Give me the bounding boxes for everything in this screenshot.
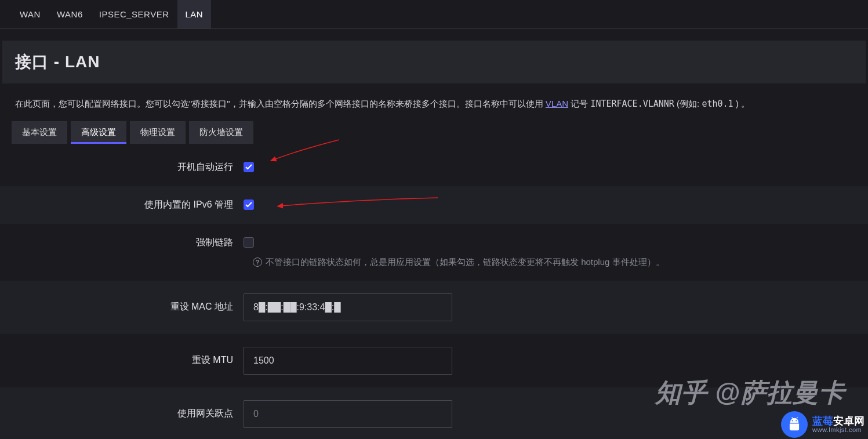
tab-physical-settings[interactable]: 物理设置 — [130, 121, 186, 144]
label-mac-reset: 重设 MAC 地址 — [0, 301, 244, 313]
desc-code2: eth0.1 — [702, 99, 733, 109]
desc-code: INTERFACE.VLANNR — [590, 99, 674, 109]
desc-text-postb: (例如: — [677, 99, 702, 108]
desc-text-postc: ) 。 — [736, 99, 750, 108]
row-ipv6-builtin: 使用内置的 IPv6 管理 — [0, 186, 868, 224]
label-gw-metric: 使用网关跃点 — [0, 408, 244, 420]
settings-tabs: 基本设置 高级设置 物理设置 防火墙设置 — [0, 121, 868, 144]
checkbox-ipv6-builtin[interactable] — [244, 199, 254, 210]
hint-force-link-text: 不管接口的链路状态如何，总是用应用设置（如果勾选，链路状态变更将不再触发 hot… — [266, 257, 664, 268]
row-mtu-reset: 重设 MTU — [0, 334, 868, 387]
row-mac-reset: 重设 MAC 地址 — [0, 281, 868, 334]
row-gw-metric: 使用网关跃点 — [0, 387, 868, 440]
tab-wan[interactable]: WAN — [12, 0, 49, 28]
tab-ipsec-server[interactable]: IPSEC_SERVER — [91, 0, 177, 28]
checkbox-auto-start[interactable] — [244, 162, 254, 172]
form-area: 开机自动运行 使用内置的 IPv6 管理 强制链路 ? 不 — [0, 148, 868, 440]
input-mtu-reset[interactable] — [244, 347, 452, 375]
desc-text-pre: 在此页面，您可以配置网络接口。您可以勾选"桥接接口"，并输入由空格分隔的多个网络… — [15, 99, 546, 108]
label-mtu-reset: 重设 MTU — [0, 354, 244, 367]
row-auto-start: 开机自动运行 — [0, 148, 868, 186]
page-description: 在此页面，您可以配置网络接口。您可以勾选"桥接接口"，并输入由空格分隔的多个网络… — [0, 84, 868, 121]
checkbox-force-link[interactable] — [244, 237, 254, 248]
info-icon: ? — [253, 257, 262, 267]
tab-advanced-settings[interactable]: 高级设置 — [71, 121, 126, 144]
input-mac-reset[interactable] — [244, 293, 452, 321]
tab-wan6[interactable]: WAN6 — [49, 0, 91, 28]
label-force-link: 强制链路 — [0, 237, 244, 249]
row-force-link: 强制链路 ? 不管接口的链路状态如何，总是用应用设置（如果勾选，链路状态变更将不… — [0, 224, 868, 281]
label-auto-start: 开机自动运行 — [0, 161, 244, 173]
interface-tabs: WAN WAN6 IPSEC_SERVER LAN — [0, 0, 868, 29]
page-title: 接口 - LAN — [2, 41, 866, 84]
input-gw-metric[interactable] — [244, 400, 452, 428]
tab-basic-settings[interactable]: 基本设置 — [12, 121, 67, 144]
tab-firewall-settings[interactable]: 防火墙设置 — [189, 121, 253, 144]
desc-text-posta: 记号 — [571, 99, 590, 108]
label-ipv6-builtin: 使用内置的 IPv6 管理 — [0, 199, 244, 211]
tab-lan[interactable]: LAN — [177, 0, 212, 28]
vlan-link[interactable]: VLAN — [546, 99, 568, 108]
hint-force-link: ? 不管接口的链路状态如何，总是用应用设置（如果勾选，链路状态变更将不再触发 h… — [253, 257, 868, 268]
